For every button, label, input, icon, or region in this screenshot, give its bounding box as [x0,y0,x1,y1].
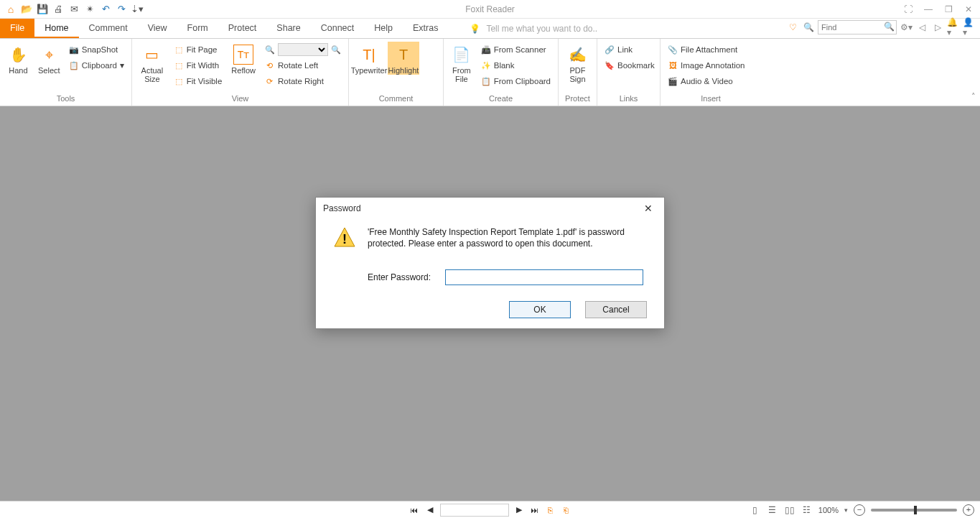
blank-button[interactable]: ✨Blank [478,57,554,73]
zoom-out-button[interactable]: − [854,504,865,516]
page-number-input[interactable] [440,504,509,517]
status-bar: ⏮ ◀ ▶ ⏭ ⎘ ⎗ ▯ ☰ ▯▯ ☷ 100% ▾ − + [0,501,980,518]
nav-fwd-icon[interactable]: ▷ [931,21,944,34]
nav-extra1-icon[interactable]: ⎘ [545,504,556,516]
fitwidth-icon: ⬚ [174,60,184,70]
search-icon[interactable]: 🔍 [884,22,895,32]
ok-button[interactable]: OK [509,301,571,318]
app-logo-icon: ⌂ [4,3,17,16]
typewriter-button[interactable]: T| Typewriter [353,42,385,75]
cancel-button[interactable]: Cancel [585,301,647,318]
chevron-down-icon: ▾ [120,60,124,70]
bookmark-icon: 🔖 [605,60,615,70]
group-label-insert: Insert [665,93,757,104]
select-button[interactable]: ⌖ Select [35,42,63,75]
reflow-button[interactable]: T⁠ᴛ Reflow [228,42,259,75]
tab-share[interactable]: Share [266,19,310,38]
tab-connect[interactable]: Connect [311,19,365,38]
document-area: Password ✕ ! 'Free Monthly Safety Inspec… [0,106,980,501]
view-facing-icon[interactable]: ▯▯ [784,504,795,516]
dialog-title: Password [323,203,361,213]
tab-form[interactable]: Form [177,19,218,38]
highlight-button[interactable]: T Highlight [388,42,419,75]
new-icon[interactable]: ✴ [83,3,96,16]
rotate-right-button[interactable]: ⟳Rotate Right [262,73,344,89]
collapse-ribbon-icon[interactable]: ˄ [971,92,976,101]
print-icon[interactable]: 🖨 [52,3,65,16]
snapshot-button[interactable]: 📷SnapShot [66,42,127,57]
qat-more-icon[interactable]: ⇣▾ [131,3,144,16]
user-icon[interactable]: 👤▾ [963,21,976,34]
dialog-close-icon[interactable]: ✕ [640,200,657,217]
zoom-dropdown-icon[interactable]: ▾ [844,507,848,514]
hand-button[interactable]: ✋ Hand [4,42,32,75]
tab-comment[interactable]: Comment [79,19,138,38]
tell-me-placeholder: Tell me what you want to do.. [486,24,597,34]
fullscreen-icon[interactable]: ⛶ [901,4,915,15]
nav-extra2-icon[interactable]: ⎗ [561,504,572,516]
tab-help[interactable]: Help [364,19,403,38]
prev-page-icon[interactable]: ◀ [424,504,436,516]
fit-visible-button[interactable]: ⬚Fit Visible [171,73,225,89]
group-label-comment: Comment [353,93,439,104]
minimize-icon[interactable]: — [921,4,935,15]
typewriter-icon: T| [359,45,379,65]
undo-icon[interactable]: ↶ [99,3,112,16]
file-attachment-button[interactable]: 📎File Attachment [665,42,748,57]
open-icon[interactable]: 📂 [20,3,33,16]
view-continuous-icon[interactable]: ☰ [767,504,778,516]
ribbon: ✋ Hand ⌖ Select 📷SnapShot 📋Clipboard ▾ T… [0,39,980,106]
zoom-in-icon: 🔍 [331,45,341,55]
reflow-icon: T⁠ᴛ [233,45,253,65]
close-icon[interactable]: ✕ [961,4,976,15]
enter-password-label: Enter Password: [368,272,431,282]
next-page-icon[interactable]: ▶ [513,504,525,516]
tab-view[interactable]: View [138,19,177,38]
settings-icon[interactable]: ⚙▾ [900,21,913,34]
quick-access-toolbar: ⌂ 📂 💾 🖨 ✉ ✴ ↶ ↷ ⇣▾ Foxit Reader ⛶ — ❐ ✕ [0,0,980,19]
image-annotation-button[interactable]: 🖼Image Annotation [665,57,748,73]
save-icon[interactable]: 💾 [36,3,49,16]
fit-width-button[interactable]: ⬚Fit Width [171,57,225,73]
tab-home[interactable]: Home [34,19,78,38]
bookmark-button[interactable]: 🔖Bookmark [602,57,658,73]
zoom-in-button[interactable]: + [963,504,974,516]
email-icon[interactable]: ✉ [67,3,80,16]
restore-icon[interactable]: ❐ [941,4,956,15]
nav-back-icon[interactable]: ◁ [915,21,928,34]
bell-icon[interactable]: 🔔▾ [947,21,960,34]
password-dialog: Password ✕ ! 'Free Monthly Safety Inspec… [315,197,665,329]
group-label-tools: Tools [4,93,127,104]
link-button[interactable]: 🔗Link [602,42,658,57]
pdf-sign-button[interactable]: ✍ PDF Sign [563,42,592,83]
find-scope-icon[interactable]: 🔍 [802,21,815,34]
password-input[interactable] [445,269,643,285]
first-page-icon[interactable]: ⏮ [409,504,420,516]
link-icon: 🔗 [605,45,615,55]
from-file-button[interactable]: 📄 From File [448,42,475,83]
from-scanner-button[interactable]: 📠From Scanner [478,42,554,57]
tab-file[interactable]: File [0,19,34,38]
group-label-view: View [136,93,344,104]
heart-icon[interactable]: ♡ [786,21,799,34]
highlight-icon: T [393,45,414,65]
last-page-icon[interactable]: ⏭ [529,504,541,516]
clipboard-button[interactable]: 📋Clipboard ▾ [66,57,127,73]
tab-extras[interactable]: Extras [403,19,448,38]
zoom-controls[interactable]: 🔍🔍 [262,42,344,57]
rotate-left-button[interactable]: ⟲Rotate Left [262,57,344,73]
zoom-slider[interactable] [871,509,957,512]
cursor-icon: ⌖ [39,45,59,65]
view-continuous-facing-icon[interactable]: ☷ [801,504,813,516]
actual-size-button[interactable]: ▭ Actual Size [136,42,168,83]
redo-icon[interactable]: ↷ [115,3,128,16]
zoom-combo[interactable] [278,43,328,56]
view-single-icon[interactable]: ▯ [750,504,761,516]
audio-video-button[interactable]: 🎬Audio & Video [665,73,748,89]
tab-protect[interactable]: Protect [218,19,267,38]
blank-icon: ✨ [481,60,491,70]
fit-page-button[interactable]: ⬚Fit Page [171,42,225,57]
from-clipboard-button[interactable]: 📋From Clipboard [478,73,554,89]
tell-me-search[interactable]: 💡 Tell me what you want to do.. [470,19,597,38]
scanner-icon: 📠 [481,45,491,55]
